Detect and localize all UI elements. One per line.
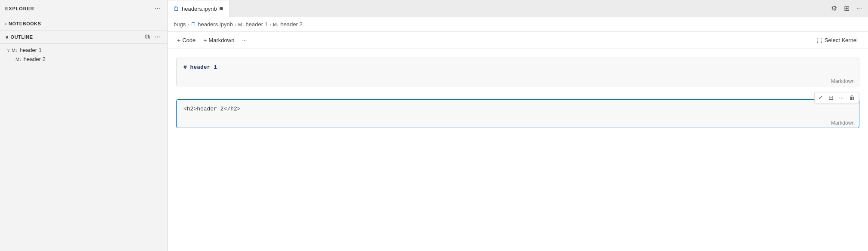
breadcrumb-header2-label: header 2 — [281, 21, 303, 28]
toolbar-more-icon: ··· — [242, 37, 247, 43]
breadcrumb-bugs[interactable]: bugs — [174, 21, 186, 28]
tab-bar: 🗒 headers.ipynb ⚙ ⊞ ··· — [168, 0, 868, 17]
select-kernel-label: Select Kernel — [825, 37, 858, 43]
breadcrumb-header1[interactable]: M↓ header 1 — [238, 21, 268, 28]
outline-tree: ∨ M↓ header 1 M↓ header 2 — [0, 44, 167, 65]
cell-2-content: <h2>header 2</h2> — [177, 100, 859, 118]
notebook-toolbar: + Code + Markdown ··· ⬚ Select Kernel — [168, 32, 868, 49]
breadcrumb-notebook[interactable]: 🗒 headers.ipynb — [191, 21, 233, 28]
breadcrumb-sep-2: › — [235, 21, 236, 28]
explorer-more-button[interactable]: ··· — [153, 4, 162, 13]
breadcrumb-notebook-icon: 🗒 — [191, 21, 196, 28]
explorer-header: EXPLORER ··· — [0, 0, 167, 17]
explorer-more-icon: ··· — [155, 5, 160, 12]
tab-modified-dot — [220, 7, 223, 10]
breadcrumb-sep-3: › — [269, 21, 271, 28]
explorer-title: EXPLORER — [5, 6, 34, 11]
outline-section: ∨ OUTLINE ⧉ ··· — [0, 30, 167, 44]
cell-delete-icon: 🗑 — [849, 94, 855, 101]
layout-icon: ⊞ — [844, 4, 850, 12]
tab-more-button[interactable]: ··· — [855, 4, 864, 13]
cell-1-type: Markdown — [831, 78, 855, 84]
toolbar-left: + Code + Markdown ··· — [174, 35, 250, 46]
notebooks-label: NOTEBOOKS — [9, 21, 41, 26]
outline-chevron-icon: ∨ — [5, 34, 9, 40]
cell-check-button[interactable]: ✓ — [817, 93, 824, 102]
settings-icon: ⚙ — [831, 4, 837, 12]
breadcrumb-notebook-label: headers.ipynb — [198, 21, 233, 28]
breadcrumb-header1-label: header 1 — [246, 21, 268, 28]
add-code-label: Code — [182, 37, 196, 43]
breadcrumb-md-icon-2: M↓ — [273, 22, 279, 27]
tab-bar-actions: ⚙ ⊞ ··· — [825, 0, 868, 17]
breadcrumb: bugs › 🗒 headers.ipynb › M↓ header 1 › M… — [168, 17, 868, 32]
select-kernel-button[interactable]: ⬚ Select Kernel — [813, 35, 862, 45]
outline-item-header2[interactable]: M↓ header 2 — [0, 55, 167, 64]
cell-more-button[interactable]: ··· — [838, 93, 845, 102]
cell-1-footer: Markdown — [177, 77, 859, 86]
toolbar-right: ⬚ Select Kernel — [813, 35, 862, 45]
toolbar-more-button[interactable]: ··· — [238, 35, 250, 45]
cell-more-icon: ··· — [839, 94, 844, 101]
notebooks-section[interactable]: › NOTEBOOKS — [0, 17, 167, 30]
notebooks-chevron-icon: › — [5, 21, 7, 26]
cell-action-bar: ✓ ⊟ ··· 🗑 — [814, 92, 859, 103]
md-icon-header1: M↓ — [12, 48, 18, 53]
explorer-actions: ··· — [153, 4, 162, 13]
breadcrumb-md-icon-1: M↓ — [238, 22, 245, 27]
breadcrumb-sep-1: › — [187, 21, 189, 28]
settings-button[interactable]: ⚙ — [829, 3, 839, 13]
cell-2-footer: Markdown — [177, 118, 859, 128]
main-panel: 🗒 headers.ipynb ⚙ ⊞ ··· bugs › 🗒 headers… — [168, 0, 868, 251]
breadcrumb-bugs-label: bugs — [174, 21, 186, 28]
tree-item-label-header1: header 1 — [20, 47, 42, 53]
cell-split-button[interactable]: ⊟ — [828, 93, 834, 102]
tree-item-label-header2: header 2 — [24, 56, 46, 62]
tab-more-icon: ··· — [856, 5, 862, 12]
add-markdown-label: Markdown — [208, 37, 234, 43]
cell-2-text: <h2>header 2</h2> — [183, 106, 241, 112]
cell-2[interactable]: ✓ ⊟ ··· 🗑 <h2>header 2</h2> Markdown — [176, 99, 859, 128]
cell-1-text: # header 1 — [183, 64, 217, 70]
outline-more-icon: ··· — [155, 33, 160, 41]
outline-copy-icon: ⧉ — [145, 33, 150, 41]
add-code-button[interactable]: + Code — [174, 35, 199, 46]
tab-headers-ipynb[interactable]: 🗒 headers.ipynb — [168, 0, 229, 17]
layout-button[interactable]: ⊞ — [842, 3, 851, 13]
cell-delete-button[interactable]: 🗑 — [848, 93, 856, 102]
add-markdown-plus-icon: + — [203, 37, 207, 44]
md-icon-header2: M↓ — [15, 57, 22, 62]
cell-split-icon: ⊟ — [828, 94, 834, 101]
outline-item-header1[interactable]: ∨ M↓ header 1 — [0, 46, 167, 55]
sidebar: EXPLORER ··· › NOTEBOOKS ∨ OUTLINE ⧉ ··· — [0, 0, 168, 251]
tree-chevron-icon: ∨ — [7, 48, 10, 52]
cell-1-content: # header 1 — [177, 58, 859, 77]
add-code-plus-icon: + — [177, 37, 180, 44]
outline-copy-button[interactable]: ⧉ — [143, 32, 151, 42]
breadcrumb-header2[interactable]: M↓ header 2 — [273, 21, 303, 28]
kernel-icon: ⬚ — [817, 37, 822, 43]
outline-label: OUTLINE — [11, 34, 33, 40]
tab-bar-left: 🗒 headers.ipynb — [168, 0, 229, 17]
cell-2-type: Markdown — [831, 120, 855, 126]
outline-actions: ⧉ ··· — [143, 32, 162, 42]
outline-more-button[interactable]: ··· — [153, 32, 162, 42]
outline-left[interactable]: ∨ OUTLINE — [5, 34, 33, 40]
tab-notebook-icon: 🗒 — [174, 6, 179, 12]
notebook-content: # header 1 Markdown ✓ ⊟ ··· 🗑 — [168, 49, 868, 251]
cell-check-icon: ✓ — [818, 94, 823, 101]
cell-1[interactable]: # header 1 Markdown — [176, 58, 859, 86]
add-markdown-button[interactable]: + Markdown — [200, 35, 238, 46]
tab-label: headers.ipynb — [182, 6, 217, 12]
